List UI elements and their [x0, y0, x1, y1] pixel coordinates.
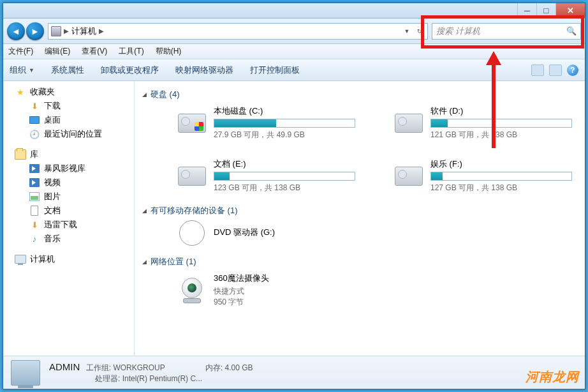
capacity-bar: [214, 119, 355, 128]
image-icon: [29, 192, 40, 202]
breadcrumb-location[interactable]: 计算机: [71, 26, 96, 37]
close-button[interactable]: ✕: [555, 3, 585, 18]
view-options-icon[interactable]: [531, 64, 544, 76]
menu-help[interactable]: 帮助(H): [156, 46, 182, 57]
collapse-icon: ◢: [142, 91, 147, 98]
drive-f[interactable]: 娱乐 (F:) 127 GB 可用，共 138 GB: [393, 158, 572, 193]
drive-c[interactable]: 本地磁盘 (C:) 27.9 GB 可用，共 49.9 GB: [177, 105, 355, 140]
network-camera[interactable]: 360魔法摄像头 快捷方式 950 字节: [177, 273, 355, 308]
search-placeholder: 搜索 计算机: [436, 26, 480, 37]
search-icon[interactable]: 🔍: [566, 26, 577, 36]
minimize-button[interactable]: ─: [517, 3, 536, 18]
download-icon: ⬇: [29, 220, 40, 230]
menu-file[interactable]: 文件(F): [8, 46, 33, 57]
computer-icon: [11, 360, 40, 386]
address-dropdown-icon[interactable]: ▼: [402, 28, 412, 34]
video-icon: [29, 177, 40, 188]
music-icon: ♪: [29, 234, 40, 244]
address-bar[interactable]: ▶ 计算机 ▶ ▼ ↻: [48, 23, 428, 40]
collapse-icon: ◢: [142, 207, 147, 214]
sidebar-item-recent[interactable]: 🕘最近访问的位置: [3, 127, 134, 141]
nav-buttons: ◄ ►: [7, 22, 44, 40]
breadcrumb-sep-icon: ▶: [64, 27, 69, 34]
search-input[interactable]: 搜索 计算机 🔍: [432, 23, 581, 40]
forward-button[interactable]: ►: [26, 22, 44, 40]
watermark: 河南龙网: [526, 368, 579, 386]
tb-control-panel[interactable]: 打开控制面板: [250, 64, 300, 76]
hdd-icon: [395, 114, 423, 133]
hdd-icon: [178, 167, 206, 186]
capacity-bar: [430, 119, 572, 128]
menu-tools[interactable]: 工具(T): [119, 46, 143, 57]
tb-uninstall[interactable]: 卸载或更改程序: [101, 64, 159, 76]
annotation-arrow-icon: [486, 51, 501, 148]
sidebar-favorites[interactable]: ★收藏夹: [3, 85, 134, 99]
menu-edit[interactable]: 编辑(E): [45, 46, 70, 57]
capacity-bar: [214, 172, 355, 181]
back-button[interactable]: ◄: [7, 22, 25, 40]
drive-e[interactable]: 文档 (E:) 123 GB 可用，共 138 GB: [177, 158, 355, 193]
drive-list: 本地磁盘 (C:) 27.9 GB 可用，共 49.9 GB 软件 (D:) 1…: [142, 103, 577, 201]
drive-d[interactable]: 软件 (D:) 121 GB 可用，共 138 GB: [393, 105, 572, 140]
star-icon: ★: [15, 87, 26, 97]
doc-icon: [29, 206, 40, 216]
statusbar: ADMIN 工作组: WORKGROUP 内存: 4.00 GB 处理器: In…: [3, 356, 585, 389]
capacity-bar: [430, 172, 572, 181]
computer-icon: [15, 254, 26, 264]
video-icon: [29, 163, 40, 174]
menu-view[interactable]: 查看(V): [82, 46, 107, 57]
tb-map-drive[interactable]: 映射网络驱动器: [175, 64, 233, 76]
download-icon: ⬇: [29, 101, 40, 111]
computer-icon: [51, 26, 61, 36]
organize-button[interactable]: 组织 ▼: [10, 64, 34, 76]
library-icon: [15, 149, 26, 160]
help-icon[interactable]: ?: [567, 64, 578, 76]
sidebar-item-music[interactable]: ♪音乐: [3, 232, 134, 246]
navbar: ◄ ► ▶ 计算机 ▶ ▼ ↻ 搜索 计算机 🔍: [3, 19, 585, 44]
refresh-icon[interactable]: ↻: [415, 28, 425, 34]
sidebar-item-video[interactable]: 视频: [3, 176, 134, 190]
collapse-icon: ◢: [142, 259, 147, 265]
tb-system-properties[interactable]: 系统属性: [51, 64, 84, 76]
content-pane: ◢硬盘 (4) 本地磁盘 (C:) 27.9 GB 可用，共 49.9 GB 软…: [135, 81, 585, 356]
hdd-icon: [395, 167, 423, 186]
sidebar-item-downloads[interactable]: ⬇下载: [3, 99, 134, 113]
section-removable[interactable]: ◢有可移动存储的设备 (1): [142, 201, 577, 219]
section-network[interactable]: ◢网络位置 (1): [142, 252, 577, 270]
sidebar-item-baofeng[interactable]: 暴风影视库: [3, 162, 134, 176]
sidebar-item-desktop[interactable]: 桌面: [3, 113, 134, 127]
recent-icon: 🕘: [29, 129, 40, 139]
drive-dvd[interactable]: DVD 驱动器 (G:): [177, 222, 355, 245]
dvd-icon: [179, 220, 205, 246]
maximize-button[interactable]: □: [536, 3, 555, 18]
desktop-icon: [29, 115, 40, 125]
titlebar: ─ □ ✕: [3, 3, 585, 19]
status-name: ADMIN: [49, 361, 80, 372]
preview-pane-icon[interactable]: [549, 64, 562, 76]
sidebar-item-images[interactable]: 图片: [3, 190, 134, 204]
sidebar-item-docs[interactable]: 文档: [3, 204, 134, 218]
webcam-icon: [179, 278, 205, 303]
hdd-icon: [178, 114, 206, 133]
sidebar-item-xunlei[interactable]: ⬇迅雷下载: [3, 218, 134, 232]
sidebar-libraries[interactable]: 库: [3, 147, 134, 162]
section-hdd[interactable]: ◢硬盘 (4): [142, 85, 577, 103]
sidebar: ★收藏夹 ⬇下载 桌面 🕘最近访问的位置 库 暴风影视库 视频 图片 文档 ⬇迅…: [3, 81, 135, 356]
breadcrumb-sep-icon: ▶: [99, 27, 104, 34]
sidebar-computer[interactable]: 计算机: [3, 252, 134, 266]
